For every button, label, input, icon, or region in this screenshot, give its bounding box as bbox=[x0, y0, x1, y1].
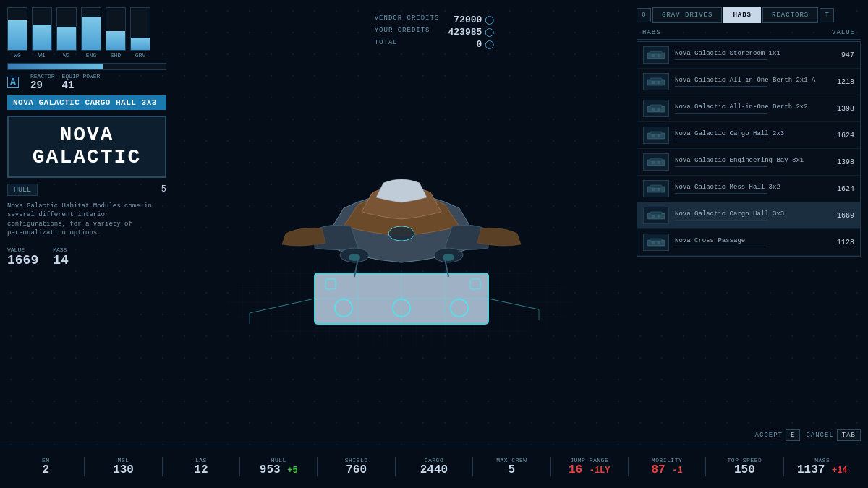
cancel-key[interactable]: TAB bbox=[837, 429, 861, 441]
stat-value: 5 bbox=[509, 463, 516, 476]
list-item[interactable]: Nova Galactic Engineering Bay 3x1 1398 bbox=[637, 149, 860, 176]
tab-grav-drives[interactable]: GRAV DRIVES bbox=[652, 7, 722, 23]
list-item[interactable]: Nova Galactic Cargo Hall 2x3 1624 bbox=[637, 122, 860, 149]
item-thumb-icon bbox=[646, 236, 666, 249]
list-item[interactable]: Nova Galactic Mess Hall 3x2 1624 bbox=[637, 176, 860, 202]
item-name: Nova Galactic Cargo Hall 2x3 bbox=[675, 130, 829, 141]
reactor-stat: REACTOR 29 bbox=[30, 73, 55, 91]
reactor-label: REACTOR bbox=[30, 73, 55, 80]
hull-value: 5 bbox=[161, 184, 166, 194]
svg-rect-26 bbox=[652, 215, 655, 218]
item-sub bbox=[675, 166, 767, 167]
stat-label: HULL bbox=[271, 457, 286, 463]
item-sub bbox=[675, 113, 767, 114]
ship-viewport bbox=[166, 43, 637, 416]
value-label: VALUE bbox=[7, 247, 38, 253]
tabs-row[interactable]: 0 GRAV DRIVES HABS REACTORS T bbox=[637, 7, 861, 23]
mass-stat: MASS 14 bbox=[53, 247, 69, 267]
power-bar-eng: ENG bbox=[81, 7, 101, 59]
stat-value: 1137 +14 bbox=[797, 463, 848, 476]
stat-value: 130 bbox=[113, 463, 134, 476]
hull-label: HULL bbox=[7, 184, 38, 196]
stat-label: MASS bbox=[814, 457, 830, 463]
item-name: Nova Galactic Engineering Bay 3x1 bbox=[675, 157, 829, 168]
stat-label: JUMP RANGE bbox=[570, 457, 608, 463]
power-bar-w2: W2 bbox=[56, 7, 77, 59]
mass-number: 14 bbox=[53, 253, 69, 267]
selected-item-title: Nova Galactic Cargo Hall 3x3 bbox=[7, 95, 166, 110]
item-name: Nova Galactic Cargo Hall 3x3 bbox=[675, 210, 829, 221]
tab-key: T bbox=[820, 8, 834, 22]
list-header: HABS VALUE bbox=[637, 26, 861, 40]
ship-svg bbox=[213, 114, 590, 346]
logo-line2: GALACTIC bbox=[16, 147, 158, 169]
list-header-value: VALUE bbox=[832, 29, 855, 36]
bottom-stat-max-crew: MAX CREW 5 bbox=[473, 457, 550, 476]
item-name: Nova Galactic All-in-One Berth 2x1 A bbox=[675, 77, 829, 87]
svg-rect-17 bbox=[650, 158, 662, 161]
item-thumbnail bbox=[643, 127, 669, 144]
bottom-stat-em: EM 2 bbox=[7, 457, 85, 476]
svg-rect-15 bbox=[658, 134, 660, 137]
stat-label: LAS bbox=[195, 457, 207, 463]
power-bar-shd: SHD bbox=[106, 7, 126, 59]
item-name: Nova Galactic Storeroom 1x1 bbox=[675, 50, 829, 61]
item-sub bbox=[675, 140, 767, 140]
bar-label-grv: GRV bbox=[135, 52, 145, 59]
item-value: 1669 bbox=[829, 212, 854, 220]
svg-rect-21 bbox=[650, 185, 662, 188]
item-thumbnail bbox=[643, 100, 669, 117]
svg-rect-9 bbox=[650, 105, 662, 108]
accept-key[interactable]: E bbox=[786, 429, 800, 441]
item-value: 1218 bbox=[829, 78, 854, 86]
manufacturer-logo: NOVA GALACTIC bbox=[7, 116, 166, 178]
accept-label: ACCEPT bbox=[755, 432, 783, 439]
list-item[interactable]: Nova Galactic Cargo Hall 3x3 1669 bbox=[637, 202, 860, 229]
stat-value: 16 -1LY bbox=[569, 463, 610, 476]
tab-reactors[interactable]: REACTORS bbox=[762, 7, 818, 23]
list-item[interactable]: Nova Cross Passage 1128 bbox=[637, 229, 860, 256]
item-thumb-icon bbox=[646, 48, 666, 61]
item-thumbnail bbox=[643, 207, 669, 224]
item-thumb-icon bbox=[646, 182, 666, 195]
svg-rect-27 bbox=[658, 215, 660, 218]
stat-value: 12 bbox=[194, 463, 208, 476]
logo-line1: NOVA bbox=[16, 124, 158, 147]
stat-label: CARGO bbox=[425, 457, 444, 463]
bottom-stat-top-speed: TOP SPEED 150 bbox=[706, 457, 783, 476]
item-thumbnail bbox=[643, 153, 669, 171]
svg-rect-30 bbox=[652, 241, 655, 244]
bottom-stat-mobility: MOBILITY 87 -1 bbox=[629, 457, 706, 476]
item-thumb-icon bbox=[646, 75, 666, 88]
vendor-credit-icon bbox=[485, 16, 493, 25]
value-stat: VALUE 1669 bbox=[7, 247, 38, 267]
habs-list: Nova Galactic Storeroom 1x1 947 Nova Gal… bbox=[637, 41, 861, 257]
item-value: 1398 bbox=[829, 105, 854, 113]
svg-point-43 bbox=[388, 226, 414, 241]
item-value: 1624 bbox=[829, 132, 854, 140]
svg-rect-11 bbox=[658, 108, 660, 111]
tab-badge: 0 bbox=[637, 8, 651, 22]
svg-rect-22 bbox=[652, 188, 655, 191]
accept-action[interactable]: ACCEPT E bbox=[755, 429, 801, 441]
your-credit-icon bbox=[485, 28, 493, 37]
svg-rect-6 bbox=[652, 81, 655, 84]
list-item[interactable]: Nova Galactic All-in-One Berth 2x1 A 121… bbox=[637, 69, 860, 95]
item-sub bbox=[675, 59, 767, 60]
value-mass-row: VALUE 1669 MASS 14 bbox=[7, 247, 166, 267]
bottom-stat-shield: SHIELD 760 bbox=[318, 457, 395, 476]
bottom-stat-mass: MASS 1137 +14 bbox=[784, 457, 861, 476]
list-item[interactable]: Nova Galactic Storeroom 1x1 947 bbox=[637, 42, 860, 69]
bar-label-w0: W0 bbox=[14, 52, 21, 59]
stat-label: TOP SPEED bbox=[728, 457, 762, 463]
tab-habs[interactable]: HABS bbox=[723, 7, 761, 23]
item-thumbnail bbox=[643, 180, 669, 197]
item-sub bbox=[675, 193, 767, 194]
bottom-stat-hull: HULL 953 +5 bbox=[240, 457, 318, 476]
power-bars-row: W0 W1 W2 ENG SHD GRV bbox=[7, 7, 166, 59]
vendor-credits-value: 72000 bbox=[454, 14, 493, 25]
item-sub bbox=[675, 86, 767, 87]
list-item[interactable]: Nova Galactic All-in-One Berth 2x2 1398 bbox=[637, 95, 860, 122]
stat-label: MOBILITY bbox=[652, 457, 682, 463]
cancel-action[interactable]: CANCEL TAB bbox=[806, 429, 861, 441]
